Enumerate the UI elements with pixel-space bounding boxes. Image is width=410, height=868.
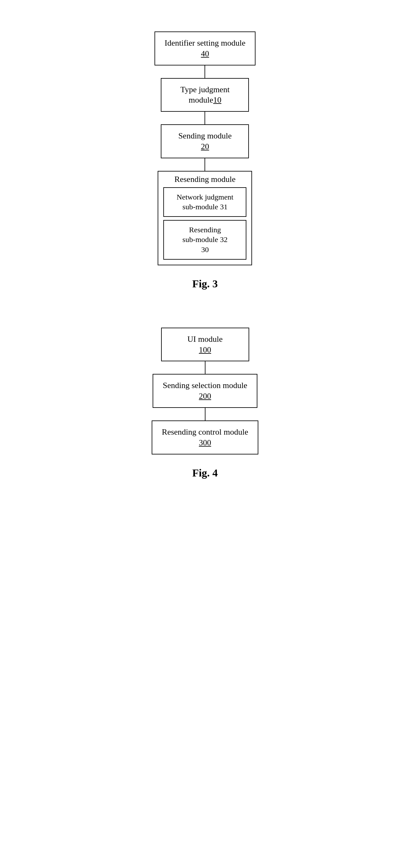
connector-5	[205, 408, 206, 421]
ui-line1: UI module	[188, 335, 223, 344]
resending-sub-line2: sub-module 32	[183, 236, 227, 244]
resending-number: 30	[201, 246, 209, 254]
sending-selection-line1: Sending selection module	[163, 381, 247, 390]
sending-line1: Sending module	[179, 131, 232, 141]
resending-control-module: Resending control module 300	[152, 421, 258, 455]
sending-line2: 20	[201, 142, 209, 151]
connector-1	[204, 65, 205, 78]
sending-selection-line2: 200	[199, 392, 211, 401]
type-judgment-line2: module	[188, 95, 213, 104]
identifier-line2: 40	[201, 49, 209, 58]
type-judgment-module: Type judgment module10	[161, 78, 249, 112]
network-judgment-line2: sub-module 31	[183, 203, 227, 211]
connector-2	[204, 112, 205, 124]
identifier-setting-module: Identifier setting module 40	[155, 31, 255, 65]
fig4-section: UI module 100 Sending selection module 2…	[152, 328, 258, 479]
fig4-label: Fig. 4	[192, 467, 218, 479]
type-judgment-line1: Type judgment	[180, 85, 229, 94]
resending-control-line1: Resending control module	[162, 427, 248, 436]
sending-selection-module: Sending selection module 200	[153, 374, 257, 408]
network-judgment-line1: Network judgment	[177, 193, 233, 201]
identifier-line1: Identifier setting module	[164, 38, 246, 48]
connector-4	[205, 361, 206, 374]
resending-control-line2: 300	[199, 438, 211, 447]
fig3-section: Identifier setting module 40 Type judgme…	[155, 31, 255, 290]
network-judgment-submodule: Network judgment sub-module 31	[163, 187, 246, 217]
page-container: Identifier setting module 40 Type judgme…	[0, 0, 410, 868]
resending-sub-line1: Resending	[189, 226, 221, 234]
connector-3	[204, 158, 205, 171]
fig3-label: Fig. 3	[192, 278, 218, 290]
resending-submodule: Resending sub-module 32 30	[163, 220, 246, 260]
sending-module: Sending module 20	[161, 124, 249, 158]
resending-module-outer: Resending module Network judgment sub-mo…	[158, 171, 252, 265]
resending-outer-label: Resending module	[163, 175, 246, 184]
ui-module: UI module 100	[161, 328, 249, 362]
type-judgment-line3: 10	[213, 95, 221, 104]
ui-line2: 100	[199, 345, 211, 354]
